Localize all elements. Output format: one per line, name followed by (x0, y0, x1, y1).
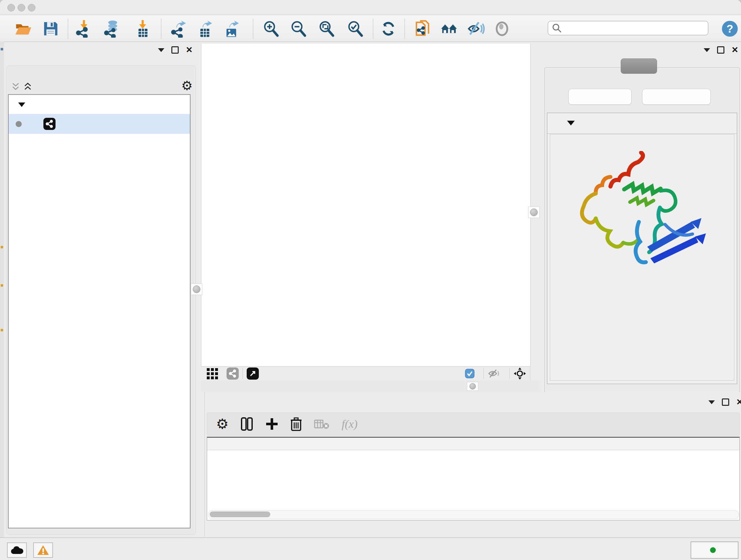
network-row[interactable] (9, 114, 190, 134)
open-session-button[interactable] (14, 19, 32, 38)
protein-structure-image (569, 151, 710, 275)
close-panel-icon[interactable]: ✕ (186, 47, 193, 53)
status-bar (0, 537, 741, 560)
zoom-selected-button[interactable] (346, 19, 364, 38)
import-network-icon (75, 20, 93, 38)
minimize-window-button[interactable] (17, 4, 25, 11)
scrollbar-thumb[interactable] (210, 511, 270, 517)
collapse-all-networks-icon[interactable] (23, 82, 32, 91)
panel-menu-icon[interactable] (704, 48, 710, 52)
toolbar-separator (161, 19, 161, 39)
export-image-icon (223, 20, 241, 38)
toolbar-separator (253, 19, 253, 39)
save-floppy-icon (42, 20, 59, 37)
gene-section-header[interactable] (547, 113, 737, 134)
network-options-gear-icon[interactable]: ⚙ (181, 79, 193, 92)
network-canvas[interactable] (201, 44, 531, 366)
network-collection-row[interactable] (9, 96, 190, 114)
close-window-button[interactable] (7, 4, 15, 11)
panel-menu-icon[interactable] (158, 48, 164, 52)
cloud-icon (10, 546, 23, 555)
network-list-subheader: ⚙ (10, 80, 188, 94)
selected-checkbox-icon[interactable] (465, 369, 475, 378)
zoom-selected-icon (346, 20, 364, 38)
zoom-fit-button[interactable] (317, 19, 336, 38)
splitter-handle[interactable] (528, 206, 540, 218)
open-folder-icon (14, 20, 32, 38)
separator (509, 368, 510, 379)
import-table-icon (134, 20, 151, 38)
separator (243, 368, 243, 379)
network-status-dot (16, 121, 22, 127)
expand-all-button[interactable] (568, 89, 631, 105)
refresh-view-button[interactable] (379, 19, 398, 38)
search-box (548, 21, 709, 36)
collapse-triangle-icon[interactable] (18, 103, 25, 107)
toolbar-separator (68, 19, 68, 39)
memory-status-icon (710, 547, 716, 553)
titlebar (0, 0, 741, 15)
import-table-file-button[interactable] (133, 19, 152, 38)
cloud-button[interactable] (7, 543, 27, 558)
search-input[interactable] (562, 23, 708, 33)
table-options-gear-icon[interactable]: ⚙ (216, 418, 228, 430)
database-import-icon (103, 20, 121, 38)
help-button[interactable]: ? (721, 19, 739, 38)
refresh-icon (380, 20, 397, 38)
birds-eye-toggle-icon[interactable] (514, 367, 526, 380)
float-panel-icon[interactable] (172, 46, 179, 54)
hide-unhide-button[interactable] (467, 19, 485, 38)
eye-disabled-icon (493, 19, 511, 38)
add-column-icon[interactable] (266, 418, 278, 430)
network-tree (8, 94, 191, 528)
collapse-all-button[interactable] (642, 89, 711, 105)
export-table-button[interactable] (196, 19, 214, 38)
zoom-in-button[interactable] (262, 19, 280, 38)
table-toolbar: ⚙ f(x) (207, 413, 740, 435)
help-icon: ? (721, 20, 739, 38)
gene-details (550, 134, 734, 381)
close-panel-icon[interactable]: ✕ (731, 47, 738, 53)
grid-view-icon[interactable] (206, 368, 219, 380)
zoom-window-button[interactable] (28, 4, 36, 11)
node-table (207, 437, 740, 520)
zoom-in-icon (262, 20, 280, 38)
hidden-eye-icon[interactable] (488, 369, 500, 378)
show-columns-icon[interactable] (241, 417, 253, 431)
warning-icon (37, 545, 49, 556)
delete-column-icon[interactable] (290, 417, 302, 431)
table-hscrollbar[interactable] (208, 510, 739, 519)
export-image-button[interactable] (223, 19, 241, 38)
string-import-button[interactable] (414, 19, 432, 38)
gene-section (547, 113, 737, 384)
collapse-triangle-icon[interactable] (567, 121, 575, 125)
float-panel-icon[interactable] (722, 398, 729, 406)
function-builder-icon[interactable]: f(x) (341, 417, 357, 431)
home-layout-button[interactable] (440, 19, 458, 38)
close-panel-icon[interactable]: ✕ (736, 399, 741, 405)
toolbar-separator (404, 19, 405, 39)
export-network-button[interactable] (170, 19, 188, 38)
float-panel-icon[interactable] (717, 46, 724, 54)
network-badge-icon (226, 368, 239, 380)
tab-string[interactable] (621, 58, 657, 74)
export-network-icon (170, 20, 188, 38)
double-home-icon (440, 19, 458, 38)
save-session-button[interactable] (42, 19, 60, 38)
zoom-out-icon (289, 20, 307, 38)
main-toolbar: ? (0, 15, 741, 42)
warnings-button[interactable] (33, 543, 53, 558)
show-graphics-button[interactable] (493, 19, 511, 38)
zoom-out-button[interactable] (289, 19, 308, 38)
import-network-file-button[interactable] (75, 19, 93, 38)
import-network-database-button[interactable] (103, 19, 121, 38)
memory-button[interactable] (690, 542, 738, 559)
zoom-fit-icon (318, 20, 335, 38)
splitter-handle[interactable] (467, 382, 478, 391)
search-icon (551, 23, 562, 34)
delete-table-icon[interactable] (314, 418, 329, 430)
detach-view-icon[interactable] (247, 368, 259, 380)
splitter-handle[interactable] (191, 284, 202, 295)
expand-all-networks-icon[interactable] (11, 82, 20, 91)
panel-menu-icon[interactable] (709, 400, 715, 404)
